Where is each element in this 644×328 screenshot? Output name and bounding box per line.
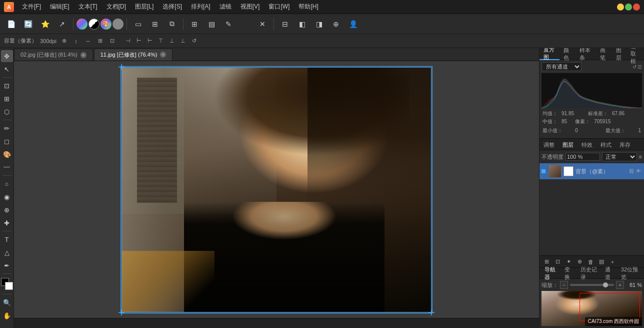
new-doc-button[interactable]: 📄: [3, 17, 19, 31]
color-swatches[interactable]: [1, 278, 13, 290]
color-picker-button[interactable]: 🎨: [100, 19, 112, 30]
share-button[interactable]: ↗: [54, 17, 70, 31]
menu-select[interactable]: 选择[S]: [158, 2, 186, 12]
tool-pen[interactable]: ✒: [1, 259, 13, 271]
blend-mode-select[interactable]: 正常: [602, 152, 636, 161]
tool-smudge[interactable]: 〰: [1, 161, 13, 173]
gray-button[interactable]: [112, 19, 124, 30]
menu-view[interactable]: 视图[V]: [236, 2, 264, 12]
tab-02jpg[interactable]: 02.jpg [已修改] (81.4%) ×: [14, 49, 93, 61]
new-layer-button[interactable]: +: [608, 257, 618, 267]
add-adjustment-button[interactable]: ⊞: [542, 257, 552, 267]
align-right-icon[interactable]: ⊢: [146, 37, 154, 46]
color-wheel-button[interactable]: [76, 19, 88, 30]
group-layer-button[interactable]: ▤: [596, 257, 606, 267]
options-icon-5[interactable]: ⊡: [108, 37, 116, 46]
rotate-icon[interactable]: ↺: [190, 37, 198, 46]
zoom-slider[interactable]: [570, 284, 614, 286]
ruler-button[interactable]: [238, 17, 254, 31]
close-tab-2[interactable]: ×: [160, 52, 166, 58]
align-bottom-icon[interactable]: ⊥: [178, 37, 188, 46]
transform-button[interactable]: ⊞: [147, 17, 163, 31]
guides-button[interactable]: ✎: [220, 17, 236, 31]
tool-select[interactable]: ↖: [1, 63, 13, 75]
layer-tab-layer[interactable]: 图层: [558, 139, 578, 151]
zoom-out-button[interactable]: −: [560, 281, 568, 289]
panel-tab-layer-right[interactable]: 图层: [612, 48, 626, 60]
menu-text[interactable]: 文本[T]: [74, 2, 102, 12]
opacity-value[interactable]: [566, 153, 600, 161]
minimize-button[interactable]: [617, 4, 624, 11]
align-top-icon[interactable]: ⊤: [156, 37, 166, 46]
save-button[interactable]: ⭐: [37, 17, 53, 31]
menu-edit[interactable]: 编辑[E]: [46, 2, 74, 12]
tool-hand[interactable]: ✋: [1, 309, 13, 321]
delete-layer-button[interactable]: 🗑: [586, 257, 596, 267]
snap-button[interactable]: ▤: [204, 17, 220, 31]
tool-brush[interactable]: ✏: [1, 122, 13, 134]
align-center-v-icon[interactable]: ⊥: [168, 37, 176, 46]
layer-tab-style[interactable]: 样式: [596, 139, 616, 151]
panel-tab-selection[interactable]: 选取框: [626, 48, 644, 60]
zoom-in-button[interactable]: +: [616, 281, 624, 289]
menu-window[interactable]: 窗口[W]: [264, 2, 294, 12]
menu-doc[interactable]: 文档[D]: [102, 2, 130, 12]
hist-menu-icon[interactable]: ☰: [638, 64, 642, 70]
tool-text[interactable]: T: [1, 233, 13, 245]
align-left-icon[interactable]: ⊣: [124, 37, 132, 46]
menu-arrange[interactable]: 排列[A]: [187, 2, 214, 12]
zoom-thumb[interactable]: [603, 282, 608, 287]
layer-tab-inventory[interactable]: 库存: [616, 139, 634, 151]
tool-perspective[interactable]: ⬡: [1, 106, 13, 118]
panel-tab-samples[interactable]: 样本条: [576, 48, 596, 60]
options-icon-1[interactable]: ⊕: [60, 37, 68, 46]
layer-visibility-icon[interactable]: 👁: [636, 168, 642, 174]
channel-select[interactable]: 所有通道: [542, 62, 582, 71]
duplicate-layer-button[interactable]: ⊕: [574, 257, 584, 267]
close-tab-1[interactable]: ×: [80, 52, 86, 58]
tab-11jpg[interactable]: 11.jpg [已修改] (76.4%) ×: [94, 49, 173, 61]
layer-link-icon[interactable]: ⛓: [629, 168, 635, 174]
tool-eraser[interactable]: ◻: [1, 135, 13, 147]
menu-filter[interactable]: 滤镜: [216, 2, 236, 12]
tool-slice[interactable]: ⊞: [1, 93, 13, 105]
add-mask-button[interactable]: ⊡: [552, 257, 562, 267]
align-center-h-icon[interactable]: ⊢: [134, 37, 144, 46]
tool-move[interactable]: ✥: [1, 50, 13, 62]
tool-heal[interactable]: ✚: [1, 217, 13, 229]
options-icon-2[interactable]: ↕: [72, 37, 80, 46]
tool-shape[interactable]: △: [1, 246, 13, 258]
user-button[interactable]: 👤: [345, 17, 361, 31]
options-icon-3[interactable]: ↔: [84, 37, 92, 46]
menu-layer[interactable]: 图层[L]: [131, 2, 158, 12]
nav-tab-transform[interactable]: 变换: [562, 266, 576, 281]
grid-button[interactable]: ⊞: [186, 17, 202, 31]
layer-tab-adjust[interactable]: 调整: [540, 139, 558, 151]
hist-refresh-icon[interactable]: ↺: [632, 64, 636, 70]
close-button[interactable]: [633, 4, 640, 11]
panel-tab-color[interactable]: 颜色: [560, 48, 576, 60]
panel-tab-histogram[interactable]: 直方图: [540, 48, 560, 60]
tool-crop[interactable]: ⊡: [1, 80, 13, 92]
background-color[interactable]: [5, 282, 13, 290]
tool-clone[interactable]: ⊕: [1, 204, 13, 216]
bw-adjust-button[interactable]: [88, 19, 100, 30]
delete-guide-button[interactable]: ✕: [254, 17, 270, 31]
crop-button[interactable]: ⧉: [164, 17, 180, 31]
tool-zoom[interactable]: 🔍: [1, 296, 13, 308]
options-icon-4[interactable]: ⊞: [96, 37, 104, 46]
panel-tab-brush[interactable]: 画笔: [596, 48, 612, 60]
open-button[interactable]: 🔄: [20, 17, 36, 31]
tool-dodge[interactable]: ○: [1, 178, 13, 190]
menu-file[interactable]: 文件[F]: [18, 2, 45, 12]
maximize-button[interactable]: [625, 4, 632, 11]
tool-paint[interactable]: 🎨: [1, 148, 13, 160]
effects-button[interactable]: ✦: [564, 257, 574, 267]
select-rect-button[interactable]: ▭: [130, 17, 146, 31]
layer-item-background[interactable]: 背景（@素） ⛓ 👁: [540, 163, 644, 179]
nav-tab-history[interactable]: 历史记录: [578, 266, 601, 281]
menu-help[interactable]: 帮助[H]: [294, 2, 322, 12]
nav-tab-channel[interactable]: 通道: [602, 266, 617, 281]
develop-button[interactable]: ◨: [311, 17, 327, 31]
studio-button[interactable]: ◧: [294, 17, 310, 31]
